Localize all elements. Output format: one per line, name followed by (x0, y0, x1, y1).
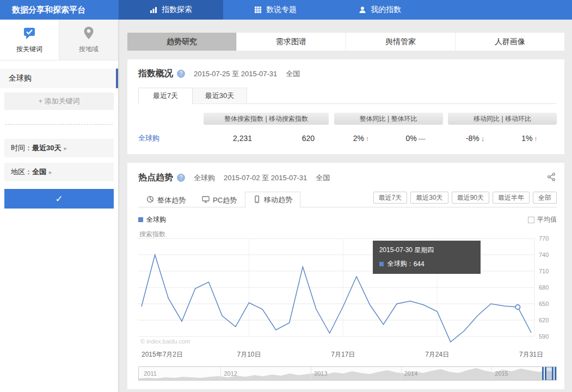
average-toggle[interactable]: 平均值 (528, 215, 557, 224)
x-axis-labels: 2015年7月2日7月10日7月17日7月24日7月31日 (138, 350, 557, 360)
share-icon[interactable] (546, 171, 557, 184)
line-chart-canvas: 770740710680650620590搜索指数© index.baidu.c… (138, 230, 557, 348)
app-title: 数据分享和探索平台 (0, 0, 119, 20)
average-label: 平均值 (537, 215, 557, 224)
region-filter[interactable]: 地区： 全国 ▸ (4, 163, 114, 181)
tab-label: 整体趋势 (157, 195, 186, 205)
x-axis-label: 7月10日 (237, 350, 261, 359)
up-arrow-icon: ↑ (366, 134, 370, 143)
overall-search-index-value: 2,231 (204, 134, 266, 143)
overall-mom-cell: 0%— (389, 134, 443, 143)
region-filter-value: 全国 (32, 167, 46, 177)
range-last-half-year[interactable]: 最近半年 (493, 192, 530, 204)
research-tabs: 趋势研究 需求图谱 舆情管家 人群画像 (127, 33, 564, 51)
timeline-handle-right[interactable] (552, 367, 556, 380)
trend-region: 全国 (316, 173, 330, 183)
nav-item-label: 我的指数 (371, 5, 401, 15)
nav-item-my-index[interactable]: 我的指数 (328, 0, 432, 20)
overview-date-range: 2015-07-25 至 2015-07-31 (194, 69, 277, 79)
tab-label: PC趋势 (213, 195, 237, 205)
region-filter-label: 地区： (11, 167, 32, 177)
keyword-link[interactable]: 全球购 (138, 134, 159, 142)
highlighted-point (515, 305, 520, 309)
hot-trend-panel: 热点趋势 ? 全球购 2015-07-02 至 2015-07-31 全国 整体… (127, 163, 564, 389)
mode-by-region[interactable]: 按地域 (59, 20, 118, 60)
tab-pc-trend[interactable]: PC趋势 (194, 192, 245, 208)
range-last-30-days[interactable]: 最近30天 (410, 192, 448, 204)
mobile-search-index-value: 620 (266, 134, 329, 143)
nav-item-data-topics[interactable]: 数说专题 (223, 0, 328, 20)
time-filter-value: 最近30天 (32, 143, 61, 153)
tab-trend-research[interactable]: 趋势研究 (127, 33, 237, 51)
tab-last-7-days[interactable]: 最近7天 (138, 88, 193, 104)
y-axis-tick: 650 (539, 301, 549, 307)
time-filter[interactable]: 时间： 最近30天 ▸ (4, 139, 114, 157)
year-tick (401, 367, 402, 380)
selected-keyword[interactable]: 全球购 (0, 69, 118, 88)
grid-icon (254, 6, 262, 14)
y-axis-tick: 620 (539, 317, 549, 323)
nav-item-index-explore[interactable]: 指数探索 (119, 0, 223, 20)
timeline-year: 2011 (144, 370, 157, 377)
x-axis-label: 7月17日 (331, 350, 355, 359)
range-all[interactable]: 全部 (533, 192, 557, 204)
tooltip-date: 2015-07-30 星期四 (379, 246, 474, 255)
tab-overall-trend[interactable]: 整体趋势 (138, 192, 194, 208)
watermark: © index.baidu.com (140, 338, 190, 345)
tab-last-30-days[interactable]: 最近30天 (193, 88, 247, 104)
pie-chart-icon (146, 195, 154, 205)
tooltip-swatch (379, 262, 384, 266)
year-tick (311, 367, 311, 380)
user-icon (359, 6, 366, 14)
chart-tooltip: 2015-07-30 星期四 全球购： 644 (373, 241, 481, 274)
y-axis-tick: 710 (539, 268, 549, 274)
x-axis-label: 2015年7月2日 (142, 350, 183, 359)
phone-icon (253, 195, 261, 205)
tooltip-label: 全球购： (388, 259, 414, 268)
help-icon[interactable]: ? (177, 70, 185, 78)
time-filter-label: 时间： (11, 143, 32, 153)
y-axis-tick: 740 (539, 252, 549, 258)
mode-label: 按地域 (79, 45, 99, 54)
help-icon[interactable]: ? (177, 174, 185, 182)
mobile-yoy-cell: -8%↓ (448, 134, 502, 143)
chart-legend: 全球购 平均值 (138, 215, 557, 224)
column-header-mobile-compare: 移动同比 | 移动环比 (448, 113, 557, 125)
tab-demand-graph[interactable]: 需求图谱 (237, 33, 346, 51)
tab-sentiment-manager[interactable]: 舆情管家 (346, 33, 456, 51)
tab-mobile-trend[interactable]: 移动趋势 (245, 192, 300, 208)
range-last-90-days[interactable]: 最近90天 (452, 192, 489, 204)
trend-line-chart[interactable]: 770740710680650620590搜索指数© index.baidu.c… (138, 230, 557, 348)
timeline-year: 2012 (224, 370, 237, 377)
mode-by-keyword[interactable]: 按关键词 (0, 20, 59, 60)
panel-title: 指数概况 (138, 68, 173, 79)
y-axis-tick: 590 (539, 333, 549, 340)
overview-region: 全国 (286, 69, 300, 79)
range-last-7-days[interactable]: 最近7天 (373, 192, 408, 204)
column-header-search-index: 整体搜索指数 | 移动搜索指数 (204, 113, 329, 125)
mode-label: 按关键词 (16, 45, 42, 54)
timeline-handle-left[interactable] (542, 367, 546, 380)
keyword-check-icon (22, 26, 36, 42)
timeline-area-silhouette (139, 367, 556, 380)
tab-audience-profile[interactable]: 人群画像 (456, 33, 564, 51)
year-tick (491, 367, 492, 380)
divider (5, 124, 113, 125)
timeline-scrubber[interactable]: 2011 2012 2013 2014 2015 (138, 366, 557, 381)
timeline-year: 2014 (404, 370, 417, 377)
trend-date-range: 2015-07-02 至 2015-07-31 (224, 173, 307, 183)
average-checkbox[interactable] (528, 217, 534, 223)
trend-keyword: 全球购 (194, 173, 215, 183)
confirm-button[interactable]: ✓ (4, 189, 114, 209)
timeline-year: 2013 (314, 370, 327, 377)
overview-data-row: 全球购 2,231 620 2%↑ 0%— -8%↓ (138, 127, 557, 145)
panel-title: 热点趋势 (138, 172, 173, 183)
top-nav: 指数探索 数说专题 我的指数 (119, 0, 432, 20)
chevron-right-icon: ▸ (64, 145, 67, 152)
down-arrow-icon: ↓ (481, 134, 485, 143)
add-keyword-button[interactable]: + 添加关键词 (4, 93, 114, 110)
tab-label: 移动趋势 (264, 195, 292, 205)
flat-dash-icon: — (419, 134, 426, 143)
bar-chart-icon (150, 6, 157, 14)
overall-yoy-cell: 2%↑ (334, 134, 389, 143)
